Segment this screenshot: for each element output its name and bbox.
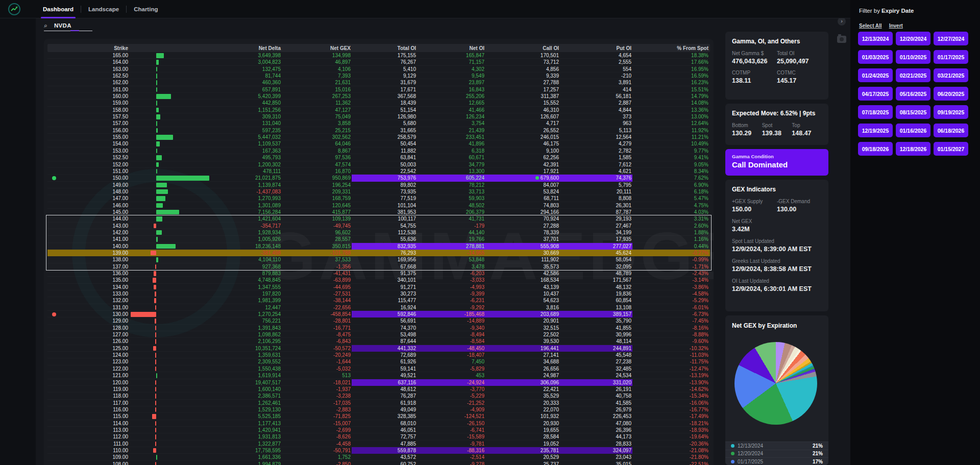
expiry-date-button[interactable]: 03/21/2025 xyxy=(934,68,968,82)
net-gex-pie-chart[interactable] xyxy=(734,342,817,425)
table-row[interactable]: 151.00 478,111 16,870 22,542 13,300 17,9… xyxy=(47,168,710,175)
table-row[interactable]: 127.00 1,098,862 -8,475 53,498 -8,494 22… xyxy=(47,331,710,338)
table-row[interactable]: 156.00 597,235 25,215 31,665 21,439 26,5… xyxy=(47,127,710,134)
table-row[interactable]: 108.00 1,994,879 -2,850 60,752 -9,278 25… xyxy=(47,461,710,465)
expiry-date-button[interactable]: 09/19/2025 xyxy=(934,105,968,119)
expiry-date-button[interactable]: 06/18/2026 xyxy=(934,124,968,137)
net-gex-cell: -2,699 xyxy=(282,427,352,433)
table-row[interactable]: 133.00 197,820 -27,531 30,273 -9,399 10,… xyxy=(47,290,710,297)
table-row[interactable]: 162.00 460,360 21,631 31,679 23,897 27,7… xyxy=(47,79,710,86)
expiry-date-button[interactable]: 12/13/2024 xyxy=(858,32,893,45)
table-row[interactable]: 159.00 442,850 11,362 18,439 12,665 15,5… xyxy=(47,100,710,106)
table-row[interactable]: 139.00 -381,498 -101,788 76,293 -14,955 … xyxy=(47,250,710,256)
table-row[interactable]: 116.00 1,529,130 -2,883 49,049 -4,909 22… xyxy=(47,406,710,413)
table-row[interactable]: 138.00 4,104,110 37,533 169,956 53,848 1… xyxy=(47,256,710,263)
table-row[interactable]: 136.00 879,883 -41,431 91,375 -6,203 42,… xyxy=(47,270,710,277)
table-row[interactable]: 149.00 1,139,874 196,254 89,802 78,212 8… xyxy=(47,182,710,188)
table-row[interactable]: 126.00 2,106,295 -6,843 87,644 -8,584 39… xyxy=(47,338,710,345)
table-row[interactable]: 113.00 1,420,941 -2,699 46,051 -6,741 19… xyxy=(47,427,710,433)
net-oi-cell: -14,955 xyxy=(417,250,485,256)
table-row[interactable]: 152.00 1,200,302 47,574 50,003 34,779 42… xyxy=(47,161,710,168)
collapse-sidebar-button[interactable]: › xyxy=(838,17,846,26)
net-delta-cell: 1,550,438 xyxy=(211,365,282,372)
pct-from-spot-cell: 6.18% xyxy=(632,188,709,195)
table-row[interactable]: 119.00 1,600,140 -1,937 48,612 -3,770 22… xyxy=(47,386,710,393)
table-row[interactable]: 165.00 3,649,398 134,998 175,155 165,847… xyxy=(47,52,710,59)
table-row[interactable]: 122.00 1,550,438 -5,032 59,141 -5,829 26… xyxy=(47,365,710,372)
expiry-date-button[interactable]: 12/20/2024 xyxy=(896,32,930,45)
table-row[interactable]: 128.00 1,391,843 -16,771 74,370 -9,340 3… xyxy=(47,325,710,331)
table-row[interactable]: 163.00 132,475 4,106 5,410 4,302 4,856 5… xyxy=(47,66,710,72)
table-row[interactable]: 114.00 1,177,413 -15,007 68,010 -26,150 … xyxy=(47,420,710,427)
table-row[interactable]: 157.00 131,040 3,858 5,680 3,754 4,717 9… xyxy=(47,120,710,127)
search-input[interactable]: NVDA xyxy=(54,22,71,29)
expiry-date-button[interactable]: 06/20/2025 xyxy=(934,87,968,101)
table-row[interactable]: 140.00 18,236,148 350,815 832,935 278,88… xyxy=(47,243,710,250)
net-gex-cell: 47,574 xyxy=(282,161,352,168)
table-row[interactable]: 123.00 2,309,552 -1,644 61,926 7,450 34,… xyxy=(47,358,710,365)
invert-link[interactable]: Invert xyxy=(889,23,903,29)
expiry-date-button[interactable]: 01/10/2025 xyxy=(896,50,930,64)
table-row[interactable]: 160.00 5,420,399 267,253 367,568 255,206… xyxy=(47,93,710,100)
table-row[interactable]: 152.50 495,793 97,536 63,841 60,671 62,2… xyxy=(47,154,710,161)
table-row[interactable]: 117.00 1,262,461 -17,035 61,918 -21,252 … xyxy=(47,400,710,406)
tab-dashboard[interactable]: Dashboard xyxy=(36,0,81,18)
app-logo-icon[interactable] xyxy=(8,3,20,15)
table-row[interactable]: 147.00 1,270,993 168,759 77,519 59,903 6… xyxy=(47,195,710,202)
table-row[interactable]: 131.00 12,447 -22,656 16,924 -9,292 3,81… xyxy=(47,304,710,311)
table-row[interactable]: 153.00 167,363 8,867 11,882 6,318 9,100 … xyxy=(47,148,710,154)
ticker-search[interactable]: ⌕ NVDA xyxy=(44,21,92,31)
table-row[interactable]: 121.00 1,619,914 513 49,521 453 24,987 2… xyxy=(47,372,710,379)
table-row[interactable]: 158.00 1,151,256 47,127 51,154 41,466 46… xyxy=(47,107,710,113)
table-row[interactable]: 118.00 2,386,571 -3,238 76,287 -5,229 35… xyxy=(47,393,710,399)
expiry-date-button[interactable]: 01/15/2027 xyxy=(934,142,968,156)
expiry-date-button[interactable]: 05/16/2025 xyxy=(896,87,930,101)
expiry-date-button[interactable]: 02/21/2025 xyxy=(896,68,930,82)
table-row[interactable]: 125.00 10,351,724 -50,572 441,332 -48,45… xyxy=(47,345,710,352)
expiry-date-button[interactable]: 01/24/2025 xyxy=(858,68,893,82)
table-row[interactable]: 157.50 309,310 75,049 126,980 126,234 12… xyxy=(47,113,710,120)
table-row[interactable]: 115.00 5,525,185 -71,825 328,385 -124,52… xyxy=(47,413,710,420)
pct-from-spot-cell: -17.49% xyxy=(632,413,709,420)
expiry-date-button[interactable]: 01/16/2026 xyxy=(896,124,930,137)
tab-landscape[interactable]: Landscape xyxy=(81,0,126,18)
call-oi-cell: 26,552 xyxy=(485,127,560,134)
table-row[interactable]: 137.00 927,368 -1,356 67,668 3,478 35,57… xyxy=(47,263,710,270)
expiry-date-button[interactable]: 12/19/2025 xyxy=(858,124,893,137)
expiry-date-button[interactable]: 04/17/2025 xyxy=(858,87,893,101)
expiry-date-button[interactable]: 07/18/2025 xyxy=(858,105,893,119)
table-row[interactable]: 143.00 -354,717 -49,745 54,755 -179 27,2… xyxy=(47,223,710,229)
table-row[interactable]: 109.00 1,661,336 1,752 43,572 -2,514 20,… xyxy=(47,454,710,460)
table-row[interactable]: 154.00 1,109,537 64,046 50,454 41,896 46… xyxy=(47,140,710,147)
expiry-date-button[interactable]: 12/18/2026 xyxy=(896,142,930,156)
expiry-date-button[interactable]: 01/17/2025 xyxy=(934,50,968,64)
table-row[interactable]: 155.00 5,447,032 302,562 258,579 233,451… xyxy=(47,134,710,140)
table-row[interactable]: 146.00 1,301,089 120,645 101,104 48,502 … xyxy=(47,202,710,209)
expiry-date-button[interactable]: 08/15/2025 xyxy=(896,105,930,119)
table-row[interactable]: 144.00 1,421,604 109,139 100,117 41,731 … xyxy=(47,215,710,222)
table-row[interactable]: 124.00 1,359,631 -20,249 72,689 -18,407 … xyxy=(47,352,710,358)
table-row[interactable]: 112.00 1,931,813 -8,626 72,757 -15,589 2… xyxy=(47,433,710,440)
table-row[interactable]: 145.00 7,156,284 415,877 381,953 206,379… xyxy=(47,209,710,215)
table-row[interactable]: 111.00 1,322,877 -4,458 47,885 -9,781 19… xyxy=(47,440,710,447)
table-row[interactable]: 130.00 1,270,254 -458,854 592,846 -185,4… xyxy=(47,311,710,317)
table-row[interactable]: 120.00 19,407,517 -18,021 637,116 -24,92… xyxy=(47,379,710,386)
table-row[interactable]: 150.00 21,021,875 950,869 753,976 605,22… xyxy=(47,175,710,181)
tab-charting[interactable]: Charting xyxy=(127,0,165,18)
expiry-date-button[interactable]: 09/18/2026 xyxy=(858,142,893,156)
table-row[interactable]: 164.00 3,004,823 46,897 76,267 71,157 73… xyxy=(47,59,710,65)
table-row[interactable]: 148.00 -1,437,083 209,331 73,935 33,713 … xyxy=(47,188,710,195)
select-all-link[interactable]: Select All xyxy=(859,23,882,29)
expiry-date-button[interactable]: 01/03/2025 xyxy=(858,50,893,64)
expiry-date-button[interactable]: 12/27/2024 xyxy=(934,32,968,45)
table-row[interactable]: 161.00 657,891 15,016 17,671 16,843 17,2… xyxy=(47,86,710,93)
table-row[interactable]: 134.00 1,347,555 -44,695 91,271 -4,993 4… xyxy=(47,284,710,290)
table-row[interactable]: 141.00 1,005,926 28,557 55,636 19,766 37… xyxy=(47,236,710,242)
screenshot-camera-icon[interactable] xyxy=(837,36,846,43)
table-row[interactable]: 162.50 81,744 7,393 9,129 9,549 9,339 -2… xyxy=(47,72,710,79)
table-row[interactable]: 132.00 1,981,399 -38,144 115,477 -6,231 … xyxy=(47,297,710,304)
table-row[interactable]: 135.00 4,748,845 -63,899 340,101 -3,033 … xyxy=(47,277,710,283)
table-row[interactable]: 110.00 17,758,595 -50,791 559,878 -88,31… xyxy=(47,447,710,454)
table-row[interactable]: 142.00 1,928,934 96,602 112,538 44,140 7… xyxy=(47,229,710,236)
table-row[interactable]: 129.00 756,221 -28,801 56,691 -14,889 20… xyxy=(47,317,710,324)
